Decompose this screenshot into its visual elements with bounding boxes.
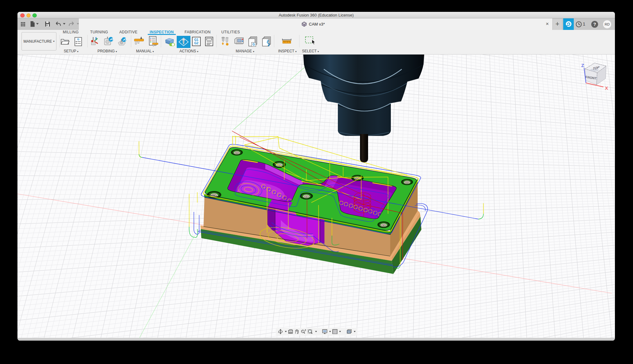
svg-text:X: X <box>605 85 608 91</box>
svg-text:G: G <box>252 43 255 46</box>
svg-text:Z: Z <box>581 63 584 68</box>
svg-text:G1: G1 <box>194 38 199 41</box>
svg-text:G: G <box>77 38 79 41</box>
svg-text:G2: G2 <box>194 41 199 45</box>
